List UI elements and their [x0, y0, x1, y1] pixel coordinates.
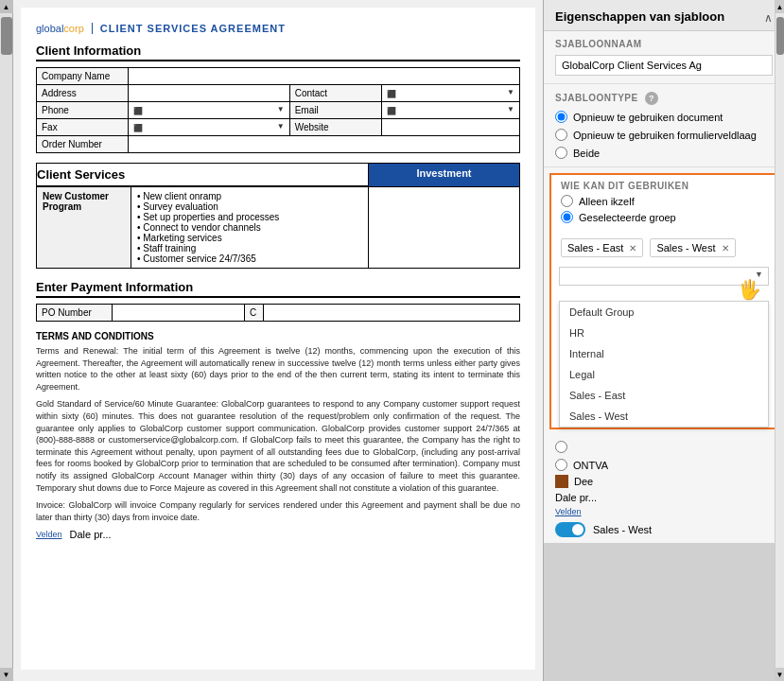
payment-table: PO Number C [36, 304, 520, 322]
table-row: Phone ⬛ ▼ Email ⬛ ▼ [37, 102, 520, 119]
velden-link-right[interactable]: Velden [555, 507, 582, 516]
table-row: New Customer Program New client onramp S… [37, 186, 520, 269]
radio-opnieuw-formulier[interactable]: Opnieuw te gebruiken formulierveldlaag [555, 129, 773, 141]
dropdown-item-default-group[interactable]: Default Group [560, 302, 768, 323]
company-name-label: Company Name [37, 68, 129, 85]
sjabloonnaam-input[interactable] [555, 55, 773, 76]
list-item: Connect to vendor channels [137, 222, 362, 233]
list-item: New client onramp [137, 191, 362, 201]
terms-paragraph-3: Invoice: GlobalCorp will invoice Company… [36, 499, 520, 523]
dee-label: Dee [574, 476, 593, 487]
logo-area: globalcorp CLIENT SERVICES AGREEMENT [36, 23, 520, 34]
radio-groep[interactable]: Geselecteerde groep [561, 211, 767, 223]
right-scroll-down[interactable]: ▼ [775, 668, 784, 681]
logo-tagline: CLIENT SERVICES AGREEMENT [92, 23, 286, 34]
radio-groep-input[interactable] [561, 211, 573, 223]
website-value[interactable] [381, 119, 519, 136]
c-label: C [245, 305, 264, 322]
ontva-label: ONTVA [573, 460, 608, 471]
services-section-title: Client Services [37, 164, 369, 187]
radio-opnieuw-formulier-input[interactable] [555, 129, 567, 141]
contact-arrow-icon: ▼ [507, 88, 514, 96]
terms-footer: Velden Dale pr... [36, 529, 520, 540]
investment-value-cell[interactable] [369, 186, 520, 269]
dropdown-item-sales-east[interactable]: Sales - East [560, 385, 768, 406]
scroll-up-arrow[interactable]: ▲ [0, 0, 13, 13]
dropdown-item-sales-west[interactable]: Sales - West [560, 406, 768, 427]
dee-row: Dee [555, 475, 773, 488]
right-scrollbar[interactable]: ▲ ▼ [775, 0, 784, 681]
phone-label: Phone [37, 102, 129, 119]
toggle-knob [572, 524, 584, 535]
table-row: Fax ⬛ ▼ Website [37, 119, 520, 136]
tag-sales-west-remove[interactable]: ✕ [722, 243, 729, 253]
radio-alleen-label: Alleen ikzelf [579, 196, 635, 207]
sjabloonnaam-label: SJABLOONNAAM [555, 39, 773, 49]
dropdown-item-hr[interactable]: HR [560, 323, 768, 343]
order-number-value[interactable] [129, 136, 520, 153]
services-list: New client onramp Survey evaluation Set … [137, 191, 362, 264]
lower-radio-2-input[interactable] [555, 459, 567, 471]
velden-link[interactable]: Velden [36, 530, 62, 539]
terms-title: TERMS AND CONDITIONS [36, 331, 520, 341]
radio-beide[interactable]: Beide [555, 147, 773, 159]
company-name-value[interactable] [129, 68, 520, 85]
wie-section: WIE KAN DIT GEBRUIKEN Alleen ikzelf Gese… [549, 173, 778, 429]
lower-radio-1-input[interactable] [555, 441, 567, 453]
tag-sales-east-label: Sales - East [567, 242, 623, 253]
radio-beide-input[interactable] [555, 147, 567, 159]
collapse-button[interactable]: ∧ [764, 11, 773, 25]
right-scroll-up[interactable]: ▲ [775, 0, 784, 13]
radio-opnieuw-document-input[interactable] [555, 111, 567, 123]
sjabloonnaam-section: SJABLOONNAAM [544, 31, 784, 84]
logo-corp: corp [63, 23, 83, 34]
address-value[interactable] [129, 85, 289, 102]
radio-opnieuw-document[interactable]: Opnieuw te gebruiken document [555, 111, 773, 123]
radio-alleen-input[interactable] [561, 195, 573, 207]
c-value[interactable] [264, 305, 520, 322]
website-label: Website [289, 119, 381, 136]
sjabloontype-label: SJABLOONTYPE ? [555, 92, 773, 105]
po-number-label: PO Number [37, 305, 113, 322]
wie-radios: Alleen ikzelf Geselecteerde groep [551, 195, 776, 233]
toggle-label: Sales - West [593, 524, 652, 535]
fax-field-icon: ⬛ [133, 124, 143, 132]
tag-sales-west-label: Sales - West [656, 242, 715, 253]
list-item: Marketing services [137, 233, 362, 243]
dee-color-box [555, 475, 568, 488]
fax-value[interactable]: ⬛ ▼ [129, 119, 289, 136]
list-item: Staff training [137, 243, 362, 253]
scroll-down-arrow[interactable]: ▼ [0, 668, 13, 681]
dropdown-list: Default Group HR Internal Legal Sales - … [559, 301, 769, 428]
po-number-value[interactable] [113, 305, 245, 322]
phone-value[interactable]: ⬛ ▼ [129, 102, 289, 119]
dropdown-item-internal[interactable]: Internal [560, 343, 768, 364]
phone-field-icon: ⬛ [133, 107, 143, 115]
contact-value[interactable]: ⬛ ▼ [381, 85, 519, 102]
dropdown-item-legal[interactable]: Legal [560, 364, 768, 385]
radio-alleen[interactable]: Alleen ikzelf [561, 195, 767, 207]
dale-pr-text: Dale pr... [555, 492, 597, 503]
doc-scrollbar[interactable]: ▲ ▼ [0, 0, 13, 681]
sjabloontype-radio-group: Opnieuw te gebruiken document Opnieuw te… [555, 111, 773, 159]
table-row: PO Number C [37, 305, 520, 322]
lower-section: ONTVA Dee Dale pr... Velden Sales - West [544, 435, 784, 543]
client-info-table: Company Name Address Contact ⬛ ▼ Phone ⬛ [36, 67, 520, 153]
email-value[interactable]: ⬛ ▼ [381, 102, 519, 119]
dale-row: Dale pr... [555, 492, 773, 503]
table-row: Company Name [37, 68, 520, 85]
logo-global: global [36, 23, 63, 34]
help-icon[interactable]: ? [645, 92, 658, 105]
toggle-switch[interactable] [555, 522, 585, 537]
wie-label: WIE KAN DIT GEBRUIKEN [551, 175, 776, 195]
document-content: globalcorp CLIENT SERVICES AGREEMENT Cli… [21, 8, 535, 670]
email-field-icon: ⬛ [387, 107, 396, 115]
right-panel: Eigenschappen van sjabloon ∧ SJABLOONNAA… [544, 0, 784, 681]
panel-header: Eigenschappen van sjabloon ∧ [544, 0, 784, 31]
radio-beide-label: Beide [573, 148, 600, 159]
tag-sales-east-remove[interactable]: ✕ [629, 243, 636, 253]
address-label: Address [37, 85, 129, 102]
radio-opnieuw-formulier-label: Opnieuw te gebruiken formulierveldlaag [573, 130, 757, 141]
fax-label: Fax [37, 119, 129, 136]
contact-field-icon: ⬛ [387, 90, 396, 98]
